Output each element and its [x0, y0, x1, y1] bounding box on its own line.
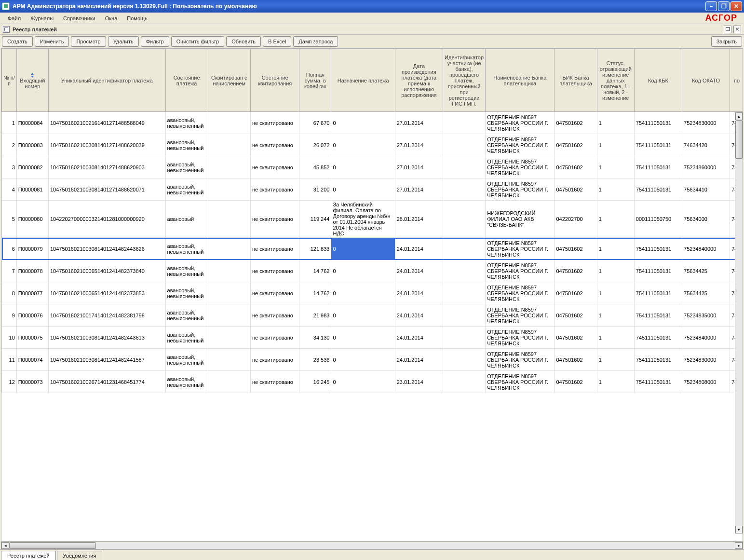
cell-bank[interactable]: ОТДЕЛЕНИЕ N8597 СБЕРБАНКА РОССИИ Г. ЧЕЛЯ…: [486, 260, 555, 282]
cell-kv_with[interactable]: [208, 349, 250, 371]
cell-in_no[interactable]: П0000075: [16, 327, 48, 349]
cell-kbk[interactable]: 754111050131: [634, 134, 682, 156]
cell-okato[interactable]: 75634000: [682, 201, 730, 238]
cell-status[interactable]: 1: [597, 112, 634, 134]
cell-kbk[interactable]: 754111050131: [634, 260, 682, 282]
cell-sum[interactable]: 121 833: [299, 238, 331, 260]
cell-sum[interactable]: 14 762: [299, 282, 331, 304]
panel-close-icon[interactable]: ✕: [733, 26, 741, 33]
cell-part_id[interactable]: [443, 112, 485, 134]
cell-date[interactable]: 24.01.2014: [395, 238, 443, 260]
menu-windows[interactable]: Окна: [100, 14, 122, 23]
cell-purpose[interactable]: 0: [331, 282, 395, 304]
cell-purpose[interactable]: 0: [331, 134, 395, 156]
cell-kv_with[interactable]: [208, 178, 250, 201]
cell-bik[interactable]: 047501602: [555, 178, 597, 201]
cell-state[interactable]: авансовый, невыясненный: [165, 260, 208, 282]
cell-kv_state[interactable]: не сквитировано: [250, 371, 299, 393]
cell-sum[interactable]: 16 245: [299, 371, 331, 393]
cell-purpose[interactable]: За Челябинский филиал. Оплата по Договор…: [331, 201, 395, 238]
cell-kbk[interactable]: 754111050131: [634, 371, 682, 393]
dump-button[interactable]: Дамп запроса: [293, 36, 338, 47]
cell-state[interactable]: авансовый, невыясненный: [165, 238, 208, 260]
cell-date[interactable]: 28.01.2014: [395, 201, 443, 238]
cell-date[interactable]: 24.01.2014: [395, 304, 443, 327]
cell-n[interactable]: 4: [2, 178, 17, 201]
cell-purpose[interactable]: 0: [331, 260, 395, 282]
column-header[interactable]: Наименование Банка плательщика: [486, 49, 555, 112]
cell-purpose[interactable]: 0: [331, 156, 395, 178]
menu-help[interactable]: Помощь: [122, 14, 152, 23]
cell-okato[interactable]: 75234808000: [682, 371, 730, 393]
cell-kbk[interactable]: 754111050131: [634, 156, 682, 178]
cell-n[interactable]: 3: [2, 156, 17, 178]
cell-state[interactable]: авансовый, невыясненный: [165, 134, 208, 156]
cell-kbk[interactable]: 754111050131: [634, 238, 682, 260]
table-row[interactable]: 8П00000771047501602100065140124148237385…: [2, 282, 743, 304]
horizontal-scrollbar[interactable]: ◂ ▸: [1, 541, 743, 549]
cell-kv_with[interactable]: [208, 327, 250, 349]
cell-bik[interactable]: 047501602: [555, 282, 597, 304]
cell-n[interactable]: 8: [2, 282, 17, 304]
cell-okato[interactable]: 74634420: [682, 134, 730, 156]
cell-status[interactable]: 1: [597, 304, 634, 327]
cell-state[interactable]: авансовый, невыясненный: [165, 371, 208, 393]
cell-kbk[interactable]: 754111050131: [634, 349, 682, 371]
cell-kv_state[interactable]: не сквитировано: [250, 178, 299, 201]
tab-payments[interactable]: Реестр платежей: [1, 551, 56, 560]
cell-in_no[interactable]: П0000079: [16, 238, 48, 260]
table-row[interactable]: 7П00000781047501602100065140124148237384…: [2, 260, 743, 282]
menu-file[interactable]: Файл: [3, 14, 26, 23]
scroll-up-icon[interactable]: ▴: [735, 112, 743, 120]
cell-bank[interactable]: ОТДЕЛЕНИЕ N8597 СБЕРБАНКА РОССИИ Г. ЧЕЛЯ…: [486, 327, 555, 349]
cell-part_id[interactable]: [443, 260, 485, 282]
cell-kv_state[interactable]: не сквитировано: [250, 304, 299, 327]
cell-kv_with[interactable]: [208, 112, 250, 134]
edit-button[interactable]: Изменить: [35, 36, 69, 47]
cell-uid[interactable]: 10475016021000651401241482373853: [49, 282, 166, 304]
scroll-down-icon[interactable]: ▾: [735, 526, 743, 533]
v-scroll-thumb[interactable]: [735, 120, 743, 159]
column-header[interactable]: Уникальный идентификатор платежа: [49, 49, 166, 112]
cell-kv_state[interactable]: не сквитировано: [250, 134, 299, 156]
table-row[interactable]: 3П00000821047501602100308140127148862090…: [2, 156, 743, 178]
cell-uid[interactable]: 10475016021002671401231468451774: [49, 371, 166, 393]
column-header[interactable]: Состояние платежа: [165, 49, 208, 112]
cell-part_id[interactable]: [443, 178, 485, 201]
cell-in_no[interactable]: П0000081: [16, 178, 48, 201]
cell-uid[interactable]: 10475016021003081401241482441587: [49, 349, 166, 371]
cell-kbk[interactable]: 000111050750: [634, 201, 682, 238]
table-row[interactable]: 1П00000841047501602100216140127148858804…: [2, 112, 743, 134]
cell-kbk[interactable]: 745111050131: [634, 327, 682, 349]
cell-uid[interactable]: 10475016021003081401271488620039: [49, 134, 166, 156]
cell-bank[interactable]: ОТДЕЛЕНИЕ N8597 СБЕРБАНКА РОССИИ Г. ЧЕЛЯ…: [486, 238, 555, 260]
cell-n[interactable]: 1: [2, 112, 17, 134]
cell-bank[interactable]: ОТДЕЛЕНИЕ N8597 СБЕРБАНКА РОССИИ Г. ЧЕЛЯ…: [486, 304, 555, 327]
cell-in_no[interactable]: П0000084: [16, 112, 48, 134]
delete-button[interactable]: Удалить: [108, 36, 139, 47]
cell-bik[interactable]: 047501602: [555, 327, 597, 349]
menu-dicts[interactable]: Справочники: [58, 14, 100, 23]
cell-bank[interactable]: ОТДЕЛЕНИЕ N8597 СБЕРБАНКА РОССИИ Г. ЧЕЛЯ…: [486, 112, 555, 134]
cell-okato[interactable]: 75234830000: [682, 349, 730, 371]
cell-okato[interactable]: 75234835000: [682, 304, 730, 327]
column-header[interactable]: Идентификатор участника (не банка), пров…: [443, 49, 485, 112]
cell-kv_state[interactable]: не сквитировано: [250, 238, 299, 260]
cell-uid[interactable]: 10475016021003081401271488620071: [49, 178, 166, 201]
cell-sum[interactable]: 21 983: [299, 304, 331, 327]
cell-date[interactable]: 24.01.2014: [395, 327, 443, 349]
cell-date[interactable]: 24.01.2014: [395, 349, 443, 371]
column-header[interactable]: Состояние квитирования: [250, 49, 299, 112]
cell-in_no[interactable]: П0000074: [16, 349, 48, 371]
column-header[interactable]: № п/п: [2, 49, 17, 112]
minimize-button[interactable]: –: [705, 1, 717, 11]
cell-in_no[interactable]: П0000073: [16, 371, 48, 393]
refresh-button[interactable]: Обновить: [226, 36, 261, 47]
maximize-button[interactable]: ❐: [718, 1, 730, 11]
cell-purpose[interactable]: 0: [331, 112, 395, 134]
cell-kv_state[interactable]: не сквитировано: [250, 327, 299, 349]
table-row[interactable]: 10П0000075104750160210030814012414824436…: [2, 327, 743, 349]
cell-kbk[interactable]: 754111050131: [634, 304, 682, 327]
h-scroll-thumb[interactable]: [9, 542, 96, 549]
clear-filter-button[interactable]: Очистить фильтр: [171, 36, 225, 47]
